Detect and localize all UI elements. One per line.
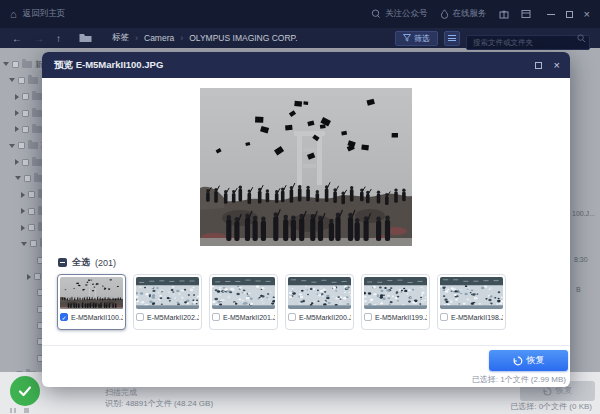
- scan-status-text: 扫描完成: [105, 387, 137, 398]
- tree-item[interactable]: [15, 106, 42, 120]
- thumbnail-filename: E-M5MarkII198.J...: [451, 314, 503, 321]
- home-link[interactable]: ⌂ 返回到主页: [0, 8, 65, 20]
- tree-checkbox[interactable]: [22, 110, 29, 117]
- pause-scan-icon[interactable]: [10, 408, 16, 413]
- tree-expand-icon[interactable]: [21, 225, 25, 231]
- thumbnail-checkbox[interactable]: [288, 313, 296, 321]
- tree-expand-icon[interactable]: [9, 144, 15, 148]
- tree-checkbox[interactable]: [28, 208, 35, 215]
- tree-expand-icon[interactable]: [27, 274, 31, 280]
- modal-close-button[interactable]: ×: [554, 60, 560, 71]
- gift-button[interactable]: [499, 9, 509, 19]
- forward-button[interactable]: →: [34, 33, 44, 44]
- tree-checkbox[interactable]: [12, 61, 19, 68]
- thumbnail-card[interactable]: E-M5MarkII198.J...: [437, 274, 506, 330]
- list-view-button[interactable]: [444, 31, 460, 46]
- tree-expand-icon[interactable]: [21, 208, 25, 214]
- follow-account-link[interactable]: 关注公众号: [371, 8, 428, 20]
- tree-spacer: [27, 306, 34, 313]
- breadcrumb-separator: ›: [180, 33, 183, 43]
- tree-expand-icon[interactable]: [15, 94, 19, 100]
- tree-expand-icon[interactable]: [9, 78, 15, 82]
- select-all-checkbox[interactable]: [58, 258, 67, 267]
- up-button[interactable]: ↑: [56, 33, 61, 44]
- tree-expand-icon[interactable]: [15, 159, 19, 165]
- thumbnail-card[interactable]: E-M5MarkII200.J...: [285, 274, 354, 330]
- thumbnail-card[interactable]: ✓E-M5MarkII100.J...: [57, 274, 126, 330]
- tree-checkbox[interactable]: [28, 191, 35, 198]
- list-icon: [448, 35, 456, 36]
- thumbnail-card[interactable]: E-M5MarkII199.J...: [361, 274, 430, 330]
- titlebar: ⌂ 返回到主页 关注公众号 在线服务: [0, 0, 600, 28]
- preview-modal: 预览 E-M5MarkII100.JPG × 全选 (201) ✓E-M5Mar…: [42, 52, 570, 387]
- folder-icon: [32, 110, 42, 117]
- online-service-label: 在线服务: [453, 8, 487, 20]
- tree-expand-icon[interactable]: [15, 110, 19, 116]
- thumbnail-classroom-photo[interactable]: [136, 277, 199, 309]
- tree-item[interactable]: [9, 73, 38, 87]
- close-button[interactable]: ×: [584, 9, 590, 20]
- tree-expand-icon[interactable]: [15, 176, 21, 180]
- tree-spacer: [27, 289, 34, 296]
- identified-count-text: 识别: 48891个文件 (48.24 GB): [105, 398, 213, 409]
- thumbnail-classroom-photo[interactable]: [212, 277, 275, 309]
- thumbnail-classroom-photo[interactable]: [288, 277, 351, 309]
- folder-icon: [28, 142, 38, 149]
- search-icon: [577, 34, 586, 43]
- tree-checkbox[interactable]: [34, 273, 41, 280]
- minimize-button[interactable]: [547, 14, 555, 15]
- layout-button[interactable]: [521, 9, 531, 19]
- thumbnail-classroom-photo[interactable]: [364, 277, 427, 309]
- thumbnail-filename: E-M5MarkII199.J...: [375, 314, 427, 321]
- tree-spacer: [27, 338, 34, 345]
- tree-checkbox[interactable]: [22, 159, 29, 166]
- filter-button[interactable]: 筛选: [395, 31, 438, 46]
- tree-item[interactable]: [15, 155, 42, 169]
- tree-checkbox[interactable]: [18, 77, 25, 84]
- folder-icon: [28, 77, 38, 84]
- thumbnail-card[interactable]: E-M5MarkII202.J...: [133, 274, 202, 330]
- background-list-fragment: 100.J...: [572, 210, 595, 217]
- tree-checkbox[interactable]: [24, 175, 31, 182]
- tree-checkbox[interactable]: [28, 224, 35, 231]
- thumbnail-filename: E-M5MarkII201.J...: [223, 314, 275, 321]
- thumbnail-card[interactable]: E-M5MarkII201.J...: [209, 274, 278, 330]
- tree-item[interactable]: [15, 122, 42, 136]
- select-all-count: (201): [95, 258, 116, 268]
- tree-checkbox[interactable]: [18, 142, 25, 149]
- breadcrumb-tags[interactable]: 标签: [112, 32, 129, 44]
- modal-header: 预览 E-M5MarkII100.JPG ×: [42, 52, 570, 78]
- maximize-button[interactable]: [566, 11, 573, 18]
- tree-expand-icon[interactable]: [21, 242, 27, 246]
- tree-expand-icon[interactable]: [15, 126, 19, 132]
- filter-label: 筛选: [414, 33, 430, 44]
- search-input[interactable]: [466, 35, 590, 50]
- tree-checkbox[interactable]: [30, 240, 37, 247]
- thumbnail-checkbox[interactable]: ✓: [60, 313, 68, 321]
- stop-scan-icon[interactable]: [24, 408, 29, 413]
- tree-expand-icon[interactable]: [21, 192, 25, 198]
- thumbnail-classroom-photo[interactable]: [440, 277, 503, 309]
- breadcrumb-manufacturer[interactable]: OLYMPUS IMAGING CORP.: [189, 33, 297, 43]
- breadcrumb-camera[interactable]: Camera: [144, 33, 174, 43]
- thumbnail-caps-photo[interactable]: [60, 277, 123, 309]
- tree-item[interactable]: [15, 90, 42, 104]
- tree-expand-icon[interactable]: [3, 62, 9, 66]
- folder-icon: [32, 93, 42, 100]
- thumbnail-checkbox[interactable]: [364, 313, 372, 321]
- gift-icon: [499, 9, 509, 19]
- online-service-link[interactable]: 在线服务: [440, 8, 487, 20]
- tree-checkbox[interactable]: [22, 126, 29, 133]
- recover-button[interactable]: 恢复: [489, 350, 568, 371]
- folder-icon: [22, 61, 32, 68]
- modal-maximize-button[interactable]: [535, 62, 542, 69]
- thumbnail-checkbox[interactable]: [212, 313, 220, 321]
- thumbnail-checkbox[interactable]: [136, 313, 144, 321]
- thumbnail-checkbox[interactable]: [440, 313, 448, 321]
- toolbar: ← → ↑ 标签 › Camera › OLYMPUS IMAGING CORP…: [0, 28, 600, 48]
- funnel-icon: [403, 34, 411, 42]
- tree-item[interactable]: [15, 171, 44, 185]
- breadcrumb: 标签 › Camera › OLYMPUS IMAGING CORP.: [112, 32, 298, 44]
- tree-checkbox[interactable]: [22, 93, 29, 100]
- back-button[interactable]: ←: [12, 33, 22, 44]
